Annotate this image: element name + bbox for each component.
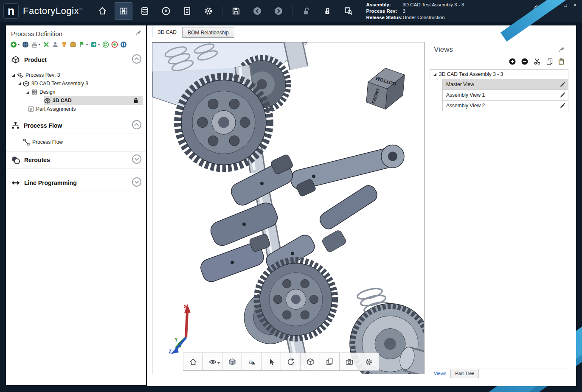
section-product[interactable]: Product: [6, 51, 146, 68]
snapshot-button[interactable]: [340, 353, 359, 370]
section-label: Reroutes: [24, 157, 128, 163]
export-button[interactable]: [90, 41, 100, 48]
dropdown-caret-icon: [217, 362, 220, 364]
section-layers-button[interactable]: [320, 353, 340, 370]
product-cube-icon: [11, 55, 20, 64]
axis-y-label: Y: [174, 337, 178, 343]
assembly-info-row: Assembly:3D CAD Test Assembly 3 - 3: [366, 2, 464, 8]
edit-grid-icon: [118, 6, 129, 16]
collapse-up-button[interactable]: [132, 54, 142, 66]
section-line-programming[interactable]: Line Programming: [6, 174, 146, 191]
expander-icon[interactable]: [12, 74, 15, 77]
cad-3d-model[interactable]: BOTTOM FRONT X Y Z: [152, 42, 424, 374]
tree-row-process-rev[interactable]: Process Rev: 3: [6, 71, 146, 79]
remove-view-button[interactable]: [521, 58, 528, 67]
section-process-flow[interactable]: Process Flow: [6, 117, 146, 134]
paste-view-button[interactable]: [558, 58, 564, 67]
add-view-button[interactable]: [509, 58, 516, 67]
view-row-assembly-1[interactable]: Assembly View 1: [442, 90, 568, 101]
trademark: ™: [79, 8, 83, 11]
user-tool-button[interactable]: [52, 41, 59, 48]
gears-icon: [17, 72, 23, 78]
tab-bom-relationship[interactable]: BOM Relationship: [183, 28, 234, 38]
text-annotation-button[interactable]: a: [242, 353, 261, 370]
unlock-icon: [301, 6, 311, 16]
tree-row-3d-cad[interactable]: 3D CAD: [6, 96, 146, 105]
navigation-button[interactable]: [157, 2, 175, 20]
tab-views[interactable]: Views: [430, 369, 451, 378]
edit-pencil-icon[interactable]: [560, 92, 565, 98]
part-assignments-icon: [28, 106, 34, 112]
rotate-button[interactable]: [281, 353, 301, 370]
tree-row-assembly[interactable]: 3D CAD Test Assembly 3: [6, 79, 146, 88]
maximize-button[interactable]: □: [564, 3, 567, 8]
lock-icon: [322, 6, 332, 16]
expand-down-button[interactable]: [132, 154, 142, 166]
record-button[interactable]: [111, 41, 118, 48]
flag-button[interactable]: [79, 41, 88, 48]
cut-view-button[interactable]: [534, 58, 541, 67]
viewer-settings-gear-icon: [365, 358, 373, 366]
materials-button[interactable]: [136, 2, 154, 20]
close-button[interactable]: ✕: [573, 3, 577, 8]
lock-button[interactable]: [318, 2, 336, 20]
select-pointer-icon: [267, 358, 276, 366]
trophy-button[interactable]: [61, 41, 67, 48]
edit-pencil-icon[interactable]: [560, 81, 565, 87]
view-row-assembly-2[interactable]: Assembly View 2: [442, 101, 568, 111]
orientation-cube[interactable]: BOTTOM FRONT: [366, 68, 405, 109]
release-search-button[interactable]: [340, 2, 357, 20]
dropdown-caret-icon: [38, 44, 41, 45]
settings-button[interactable]: [200, 2, 217, 20]
forward-icon: [273, 6, 284, 16]
cad-viewport[interactable]: BOTTOM FRONT X Y Z: [152, 42, 425, 374]
section-reroutes[interactable]: Reroutes: [6, 151, 146, 168]
home-button[interactable]: [93, 2, 111, 20]
add-button[interactable]: [10, 41, 20, 48]
visibility-button[interactable]: [203, 353, 222, 370]
package-button[interactable]: [70, 41, 76, 48]
pin-icon[interactable]: [136, 30, 142, 37]
expander-icon[interactable]: [26, 91, 29, 94]
copyright-button[interactable]: [102, 41, 109, 48]
print-button[interactable]: [31, 41, 41, 48]
tab-3d-cad[interactable]: 3D CAD: [152, 27, 183, 38]
view-row-master[interactable]: Master View: [442, 79, 568, 90]
home-view-button[interactable]: [183, 353, 203, 370]
reports-button[interactable]: [178, 2, 196, 20]
save-button[interactable]: [227, 2, 245, 20]
select-pointer-button[interactable]: [261, 353, 281, 370]
process-flow-item[interactable]: Process Flow: [6, 137, 146, 148]
cut-button[interactable]: [43, 41, 50, 48]
forward-button[interactable]: [270, 2, 287, 20]
tree-row-design[interactable]: Design: [6, 88, 146, 96]
tab-part-tree[interactable]: Part Tree: [451, 369, 479, 378]
copy-view-button[interactable]: [546, 58, 553, 67]
snapshot-camera-icon: [345, 358, 354, 366]
viewer-settings-button[interactable]: [359, 353, 379, 370]
axis-x-label: X: [183, 303, 187, 310]
expander-icon[interactable]: [433, 73, 436, 76]
back-button[interactable]: [248, 2, 266, 20]
collapse-up-button[interactable]: [132, 120, 142, 132]
views-toolbar: [509, 58, 564, 67]
process-definition-button[interactable]: [115, 2, 132, 20]
views-tree: 3D CAD Test Assembly 3 - 3 Master View A…: [430, 69, 568, 111]
rotate-icon: [287, 358, 295, 366]
expander-icon[interactable]: [18, 82, 21, 85]
materials-icon: [140, 6, 150, 16]
globe-button[interactable]: [22, 41, 29, 48]
edit-pencil-icon[interactable]: [560, 103, 565, 109]
pin-icon[interactable]: [559, 46, 565, 54]
assembly-value: 3D CAD Test Assembly 3 - 3: [402, 2, 464, 7]
shaded-view-button[interactable]: [222, 353, 242, 370]
toolbar-separator: [222, 6, 222, 17]
expand-down-button[interactable]: [132, 177, 142, 189]
views-tree-root[interactable]: 3D CAD Test Assembly 3 - 3: [430, 69, 568, 79]
toolbar-separator: [292, 6, 292, 17]
unlock-button[interactable]: [297, 2, 315, 20]
tree-row-part-assignments[interactable]: Part Assignments: [6, 105, 146, 113]
isometric-view-button[interactable]: [301, 353, 320, 370]
pause-button[interactable]: [120, 41, 127, 48]
dropdown-caret-icon: [86, 44, 88, 45]
